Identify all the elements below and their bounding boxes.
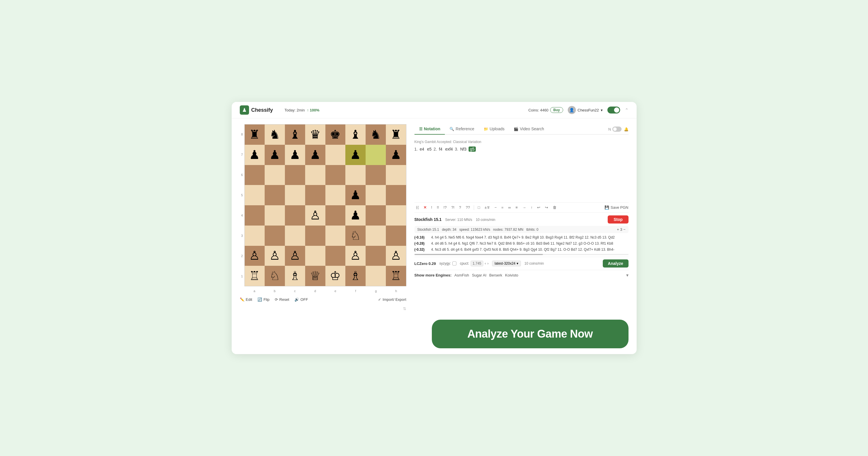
import-export-button[interactable]: ✓ Import/ Export (378, 297, 406, 302)
move-e4[interactable]: e4 (419, 146, 425, 152)
cell-c6[interactable] (285, 165, 305, 185)
cell-g1[interactable] (366, 266, 386, 286)
ann-undo-btn[interactable]: ↩ (536, 204, 542, 210)
cell-e7[interactable] (326, 145, 346, 165)
ann-uparrow-btn[interactable]: ↑ (529, 204, 534, 210)
analyze-game-cta[interactable]: Analyze Your Game Now (432, 320, 628, 348)
cell-h5[interactable] (386, 185, 406, 205)
nav-start-btn[interactable]: ⟨⟨ (414, 204, 420, 210)
mode-button[interactable]: 🔊 OFF (294, 297, 308, 302)
cell-a8[interactable]: ♜ (245, 124, 265, 145)
cell-c5[interactable] (285, 185, 305, 205)
cell-d4[interactable]: ♙ (305, 205, 326, 226)
ann-2-btn[interactable]: !! (435, 204, 440, 210)
cell-h1[interactable]: ♖ (386, 266, 406, 286)
chess-board[interactable]: ♜ ♞ ♝ ♛ ♚ ♝ ♞ ♜ ♟ ♟ ♟ ♟ ♟ ♟ (244, 124, 406, 286)
cell-g2[interactable] (366, 246, 386, 266)
cell-b2[interactable]: ♙ (265, 246, 285, 266)
ann-trash-btn[interactable]: 🗑 (551, 204, 558, 210)
cell-g5[interactable] (366, 185, 386, 205)
tab-notation[interactable]: ☰ Notation (414, 124, 445, 135)
cell-f7[interactable]: ♟ (345, 145, 366, 165)
cpuct-decrease-btn[interactable]: ‹ (485, 261, 486, 265)
tab-uploads[interactable]: 📁 Uploads (479, 124, 509, 135)
cell-e8[interactable]: ♚ (326, 124, 346, 145)
cell-e6[interactable] (326, 165, 346, 185)
cell-a5[interactable] (245, 185, 265, 205)
engine-option-asmfish[interactable]: AsmFish (455, 273, 469, 277)
cell-b3[interactable] (265, 226, 285, 246)
cell-g8[interactable]: ♞ (366, 124, 386, 145)
cell-g3[interactable] (366, 226, 386, 246)
cell-h6[interactable] (386, 165, 406, 185)
move-f4[interactable]: f4 (438, 146, 443, 152)
analyze-button[interactable]: Analyze (603, 259, 628, 267)
syzygy-checkbox[interactable] (453, 261, 457, 265)
cell-a4[interactable] (245, 205, 265, 226)
stop-button[interactable]: Stop (608, 216, 628, 224)
cell-f8[interactable]: ♝ (345, 124, 366, 145)
cell-e5[interactable] (326, 185, 346, 205)
cell-c4[interactable] (285, 205, 305, 226)
cell-b7[interactable]: ♟ (265, 145, 285, 165)
cell-d3[interactable] (305, 226, 326, 246)
tab-reference[interactable]: 🔍 Reference (445, 124, 479, 135)
cell-h3[interactable] (386, 226, 406, 246)
cell-a6[interactable] (245, 165, 265, 185)
theme-toggle[interactable] (608, 107, 620, 113)
cell-b6[interactable] (265, 165, 285, 185)
cell-f5[interactable]: ♟ (345, 185, 366, 205)
tab-video-search[interactable]: 🎬 Video Search (509, 124, 549, 135)
cell-d6[interactable] (305, 165, 326, 185)
ann-redo-btn[interactable]: ↪ (544, 204, 550, 210)
cell-b4[interactable] (265, 205, 285, 226)
cell-e3[interactable] (326, 226, 346, 246)
cell-d1[interactable]: ♕ (305, 266, 326, 286)
expand-engines-icon[interactable]: ▾ (626, 273, 628, 278)
cell-c1[interactable]: ♗ (285, 266, 305, 286)
cell-d2[interactable] (305, 246, 326, 266)
user-area[interactable]: 👤 ChessFun22 ▾ (568, 106, 603, 114)
save-pgn-button[interactable]: 💾 Save PGN (604, 205, 628, 209)
ann-1-btn[interactable]: ! (430, 204, 434, 210)
cell-d8[interactable]: ♛ (305, 124, 326, 145)
cell-g6[interactable] (366, 165, 386, 185)
cell-b5[interactable] (265, 185, 285, 205)
ann-5-btn[interactable]: ? (458, 204, 463, 210)
cell-c8[interactable]: ♝ (285, 124, 305, 145)
cell-h8[interactable]: ♜ (386, 124, 406, 145)
cell-d5[interactable] (305, 185, 326, 205)
ann-minus-btn[interactable]: − (493, 204, 498, 210)
cell-a2[interactable]: ♙ (245, 246, 265, 266)
move-g5[interactable]: g5 (469, 146, 476, 152)
cell-c2[interactable]: ♙ (285, 246, 305, 266)
ann-eq2-btn[interactable]: ≡ (514, 204, 519, 210)
cell-f2[interactable]: ♙ (345, 246, 366, 266)
cell-h7[interactable]: ♟ (386, 145, 406, 165)
edit-button[interactable]: ✏️ Edit (240, 297, 252, 302)
cell-c3[interactable] (285, 226, 305, 246)
engine-option-berserk[interactable]: Berserk (489, 273, 502, 277)
ann-4-btn[interactable]: ?! (450, 204, 456, 210)
cell-f4[interactable]: ♟ (345, 205, 366, 226)
model-select[interactable]: latest-320x24 ▾ (492, 261, 521, 266)
engine-option-sugarai[interactable]: Sugar AI (472, 273, 487, 277)
cell-d7[interactable]: ♟ (305, 145, 326, 165)
delete-move-btn[interactable]: ✕ (422, 204, 428, 210)
move-e5[interactable]: e5 (426, 146, 433, 152)
collapse-icon[interactable]: ⌃ (625, 107, 628, 113)
cell-f6[interactable] (345, 165, 366, 185)
resize-handle-icon[interactable]: ⇅ (403, 306, 406, 311)
cell-c7[interactable]: ♟ (285, 145, 305, 165)
cell-e2[interactable] (326, 246, 346, 266)
move-nf3[interactable]: Nf3 (459, 146, 467, 152)
ann-box-btn[interactable]: □ (476, 204, 482, 210)
flip-button[interactable]: 🔄 Flip (257, 297, 270, 302)
cell-e4[interactable] (326, 205, 346, 226)
ann-6-btn[interactable]: ?? (464, 204, 471, 210)
cell-h4[interactable] (386, 205, 406, 226)
ann-pm-btn[interactable]: ±∓ (483, 204, 491, 210)
scrollbar-indicator[interactable] (414, 254, 628, 255)
cell-a3[interactable] (245, 226, 265, 246)
cell-f1[interactable]: ♗ (345, 266, 366, 286)
